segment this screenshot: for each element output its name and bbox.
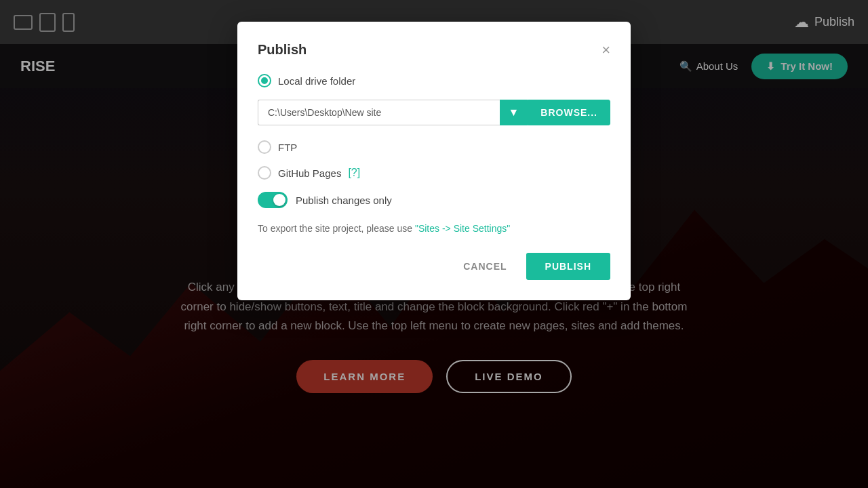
ftp-radio[interactable] — [258, 140, 271, 154]
export-text: To export the site project, please use "… — [258, 223, 610, 234]
path-dropdown-button[interactable]: ▼ — [500, 100, 528, 125]
modal-header: Publish × — [258, 42, 610, 58]
github-label: GitHub Pages — [278, 167, 341, 179]
cancel-button[interactable]: CANCEL — [452, 253, 517, 280]
github-option[interactable]: GitHub Pages [?] — [258, 166, 610, 180]
browse-button[interactable]: BROWSE... — [528, 100, 610, 125]
modal-close-button[interactable]: × — [601, 43, 610, 58]
site-settings-link[interactable]: "Sites -> Site Settings" — [415, 223, 510, 234]
path-row: ▼ BROWSE... — [258, 100, 610, 125]
path-input[interactable] — [258, 100, 500, 125]
local-drive-option[interactable]: Local drive folder — [258, 74, 610, 87]
github-help-link[interactable]: [?] — [348, 167, 360, 179]
local-drive-label: Local drive folder — [278, 75, 355, 87]
ftp-option[interactable]: FTP — [258, 140, 610, 154]
github-radio[interactable] — [258, 166, 271, 180]
modal-overlay: Publish × Local drive folder ▼ BROWSE...… — [0, 0, 868, 488]
toggle-label: Publish changes only — [296, 195, 392, 206]
ftp-label: FTP — [278, 142, 297, 153]
publish-action-button[interactable]: PUBLISH — [526, 253, 610, 280]
publish-modal: Publish × Local drive folder ▼ BROWSE...… — [237, 22, 631, 300]
modal-title: Publish — [258, 42, 307, 58]
modal-actions: CANCEL PUBLISH — [258, 253, 610, 280]
publish-changes-toggle[interactable] — [258, 192, 288, 208]
toggle-row: Publish changes only — [258, 192, 610, 208]
local-drive-radio[interactable] — [258, 74, 271, 87]
